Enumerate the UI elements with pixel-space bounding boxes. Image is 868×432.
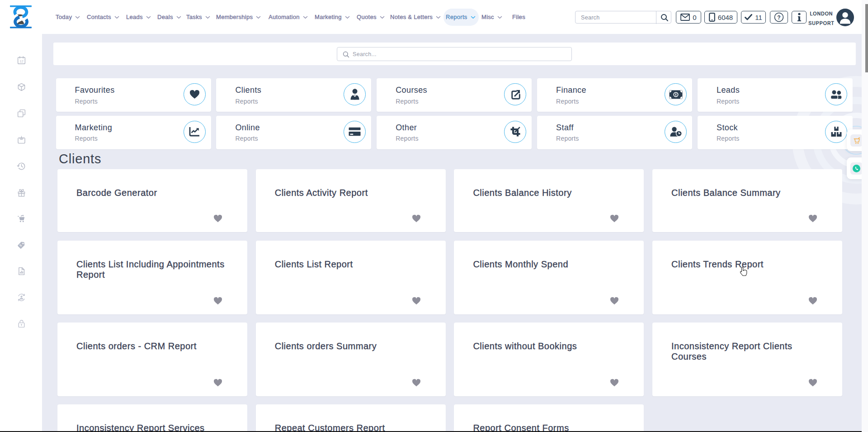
svg-text:12: 12 [19, 59, 24, 63]
svg-text:?: ? [777, 14, 780, 21]
